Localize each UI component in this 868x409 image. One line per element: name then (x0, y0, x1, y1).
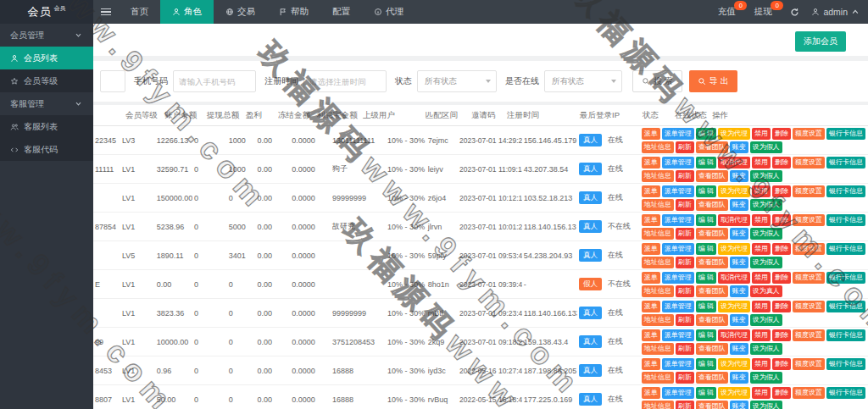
refresh-row-button[interactable]: 刷新 (676, 343, 694, 355)
dispatch-button[interactable]: 派单 (642, 301, 660, 312)
account-change-button[interactable]: 账变 (730, 228, 748, 240)
nav-tab-config[interactable]: 配置 (320, 0, 362, 24)
view-team-button[interactable]: 查看团队 (696, 170, 728, 182)
real-fake-toggle-button[interactable]: 设为假人 (750, 170, 782, 182)
account-change-button[interactable]: 账变 (730, 285, 748, 297)
quota-settings-button[interactable]: 额度设置 (793, 185, 825, 197)
address-info-button[interactable]: 地址信息 (642, 257, 674, 268)
dispatch-button[interactable]: 派单 (642, 243, 660, 255)
bank-card-button[interactable]: 银行卡信息 (826, 301, 865, 312)
agent-toggle-button[interactable]: 设为代理 (718, 185, 750, 197)
dispatch-mgmt-button[interactable]: 派单管理 (662, 272, 694, 284)
delete-button[interactable]: 删除 (772, 358, 791, 370)
view-team-button[interactable]: 查看团队 (696, 343, 728, 355)
recharge-stat[interactable]: 充值 0 (717, 6, 742, 18)
disable-button[interactable]: 禁用 (752, 387, 771, 399)
search-button[interactable]: 搜 索 (632, 70, 682, 92)
dispatch-button[interactable]: 派单 (642, 387, 660, 399)
address-info-button[interactable]: 地址信息 (642, 343, 674, 355)
add-member-button[interactable]: 添加会员 (795, 31, 846, 52)
refresh-row-button[interactable]: 刷新 (676, 372, 694, 384)
disable-button[interactable]: 禁用 (752, 301, 771, 312)
quota-settings-button[interactable]: 额度设置 (793, 358, 825, 370)
edit-button[interactable]: 编 辑 (696, 329, 716, 341)
dispatch-button[interactable]: 派单 (642, 157, 660, 169)
sidebar-item-service-list[interactable]: 客服列表 (0, 115, 93, 138)
bank-card-button[interactable]: 银行卡信息 (826, 214, 865, 226)
edit-button[interactable]: 编 辑 (696, 128, 716, 140)
bank-card-button[interactable]: 银行卡信息 (826, 329, 865, 341)
user-menu[interactable]: admin (811, 7, 860, 17)
address-info-button[interactable]: 地址信息 (642, 199, 674, 211)
status-select[interactable]: 所有状态 (417, 70, 497, 92)
dispatch-mgmt-button[interactable]: 派单管理 (662, 301, 694, 312)
edit-button[interactable]: 编 辑 (696, 214, 716, 226)
disable-button[interactable]: 禁用 (752, 128, 771, 140)
nav-tab-help[interactable]: 帮助 (267, 0, 320, 24)
account-change-button[interactable]: 账变 (730, 257, 748, 268)
agent-toggle-button[interactable]: 设为代理 (718, 301, 750, 312)
refresh-row-button[interactable]: 刷新 (676, 257, 694, 268)
delete-button[interactable]: 删除 (772, 301, 791, 312)
real-fake-toggle-button[interactable]: 设为假人 (750, 228, 782, 240)
view-team-button[interactable]: 查看团队 (696, 285, 728, 297)
disable-button[interactable]: 禁用 (752, 329, 771, 341)
address-info-button[interactable]: 地址信息 (642, 285, 674, 297)
dispatch-button[interactable]: 派单 (642, 128, 660, 140)
view-team-button[interactable]: 查看团队 (696, 314, 728, 326)
bank-card-button[interactable]: 银行卡信息 (826, 387, 865, 399)
agent-toggle-button[interactable]: 设为代理 (718, 358, 750, 370)
address-info-button[interactable]: 地址信息 (642, 141, 674, 153)
disable-button[interactable]: 禁用 (752, 157, 771, 169)
quota-settings-button[interactable]: 额度设置 (793, 329, 825, 341)
hamburger-icon[interactable] (93, 8, 119, 16)
dispatch-mgmt-button[interactable]: 派单管理 (662, 358, 694, 370)
address-info-button[interactable]: 地址信息 (642, 170, 674, 182)
account-change-button[interactable]: 账变 (730, 401, 748, 409)
address-info-button[interactable]: 地址信息 (642, 372, 674, 384)
edit-button[interactable]: 编 辑 (696, 243, 716, 255)
agent-toggle-button[interactable]: 设为代理 (718, 243, 750, 255)
view-team-button[interactable]: 查看团队 (696, 257, 728, 268)
address-info-button[interactable]: 地址信息 (642, 228, 674, 240)
quota-settings-button[interactable]: 额度设置 (793, 243, 825, 255)
phone-input[interactable] (173, 70, 256, 92)
dispatch-button[interactable]: 派单 (642, 214, 660, 226)
real-fake-toggle-button[interactable]: 设为假人 (750, 199, 782, 211)
bank-card-button[interactable]: 银行卡信息 (826, 185, 865, 197)
quota-settings-button[interactable]: 额度设置 (793, 214, 825, 226)
delete-button[interactable]: 删除 (772, 157, 791, 169)
view-team-button[interactable]: 查看团队 (696, 228, 728, 240)
delete-button[interactable]: 删除 (772, 387, 791, 399)
agent-toggle-button[interactable]: 取消代理 (718, 272, 750, 284)
sidebar-item-member-level[interactable]: 会员等级 (0, 69, 93, 92)
delete-button[interactable]: 删除 (772, 128, 791, 140)
refresh-row-button[interactable]: 刷新 (676, 285, 694, 297)
disable-button[interactable]: 禁用 (752, 243, 771, 255)
account-change-button[interactable]: 账变 (730, 372, 748, 384)
real-fake-toggle-button[interactable]: 设为假人 (750, 257, 782, 268)
account-change-button[interactable]: 账变 (730, 314, 748, 326)
refresh-row-button[interactable]: 刷新 (676, 314, 694, 326)
refresh-row-button[interactable]: 刷新 (676, 401, 694, 409)
agent-toggle-button[interactable]: 取消代理 (718, 157, 750, 169)
regtime-input[interactable] (303, 70, 387, 92)
bank-card-button[interactable]: 银行卡信息 (826, 358, 865, 370)
bank-card-button[interactable]: 银行卡信息 (826, 128, 865, 140)
real-fake-toggle-button[interactable]: 设为假人 (750, 372, 782, 384)
refresh-row-button[interactable]: 刷新 (676, 141, 694, 153)
edit-button[interactable]: 编 辑 (696, 387, 716, 399)
dispatch-mgmt-button[interactable]: 派单管理 (662, 128, 694, 140)
online-select[interactable]: 所有状态 (544, 70, 622, 92)
dispatch-mgmt-button[interactable]: 派单管理 (662, 214, 694, 226)
dispatch-button[interactable]: 派单 (642, 329, 660, 341)
bank-card-button[interactable]: 银行卡信息 (826, 157, 865, 169)
quota-settings-button[interactable]: 额度设置 (793, 272, 825, 284)
refresh-row-button[interactable]: 刷新 (676, 228, 694, 240)
disable-button[interactable]: 禁用 (752, 214, 771, 226)
edit-button[interactable]: 编 辑 (696, 358, 716, 370)
agent-toggle-button[interactable]: 取消代理 (718, 329, 750, 341)
nav-tab-trade[interactable]: 交易 (214, 0, 267, 24)
sidebar-item-service-code[interactable]: 客服代码 (0, 138, 93, 161)
delete-button[interactable]: 删除 (772, 329, 791, 341)
